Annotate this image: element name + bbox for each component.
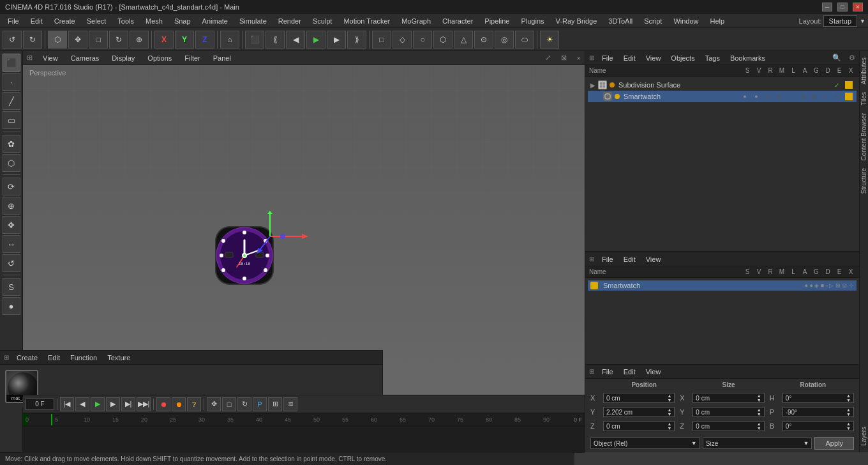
viewport-menu-panel[interactable]: Panel bbox=[211, 53, 234, 63]
rot-p-value[interactable]: -90° ▲ ▼ bbox=[782, 407, 854, 417]
objects-menu-edit[interactable]: Edit bbox=[621, 53, 638, 63]
cone-primitive[interactable]: ◇ bbox=[393, 31, 412, 49]
menu-mograph[interactable]: MoGraph bbox=[396, 16, 436, 26]
z-axis[interactable]: Z bbox=[195, 31, 214, 49]
move-tool[interactable]: ✥ bbox=[68, 31, 87, 49]
pos-x-value[interactable]: 0 cm ▲ ▼ bbox=[603, 393, 675, 403]
mat-menu-function[interactable]: Function bbox=[68, 353, 100, 363]
size-y-spinner[interactable]: ▲ ▼ bbox=[757, 408, 761, 416]
tab-content-browser[interactable]: Content Browser bbox=[859, 109, 868, 164]
menu-animate[interactable]: Animate bbox=[197, 16, 233, 26]
cylinder-primitive[interactable]: ⬡ bbox=[433, 31, 453, 49]
menu-motion-tracker[interactable]: Motion Tracker bbox=[338, 16, 395, 26]
material-tool[interactable]: ● bbox=[3, 297, 20, 315]
paint-tool[interactable]: ⬡ bbox=[3, 154, 20, 172]
record-anim-btn[interactable]: ⏺ bbox=[156, 397, 170, 411]
lower-file[interactable]: File bbox=[599, 254, 616, 264]
key-type-btn[interactable]: □ bbox=[222, 397, 236, 411]
rot-b-value[interactable]: 0° ▲ ▼ bbox=[782, 421, 854, 431]
pos-y-spinner[interactable]: ▲ ▼ bbox=[667, 408, 671, 416]
maximize-button[interactable]: □ bbox=[837, 3, 848, 11]
dope-btn[interactable]: ⊞ bbox=[268, 397, 282, 411]
transform-tool[interactable]: ⊕ bbox=[130, 31, 149, 49]
next-frame[interactable]: ⟫ bbox=[347, 31, 366, 49]
rotate-tool[interactable]: ↻ bbox=[109, 31, 128, 49]
rot-b-spinner[interactable]: ▲ ▼ bbox=[846, 422, 851, 431]
transform-gizmo[interactable]: ⟳ bbox=[3, 178, 20, 195]
mat-menu-edit[interactable]: Edit bbox=[45, 353, 63, 363]
size-y-value[interactable]: 0 cm ▲ ▼ bbox=[692, 407, 764, 417]
viewport-menu-display[interactable]: Display bbox=[109, 53, 137, 63]
step-fwd[interactable]: ▶ bbox=[327, 31, 346, 49]
viewport-toggle-1[interactable]: ⤢ bbox=[545, 54, 551, 62]
menu-script[interactable]: Script bbox=[639, 16, 667, 26]
menu-select[interactable]: Select bbox=[82, 16, 112, 26]
prev-key-btn[interactable]: |◀ bbox=[60, 397, 74, 411]
menu-mesh[interactable]: Mesh bbox=[140, 16, 168, 26]
cube-primitive[interactable]: □ bbox=[372, 31, 391, 49]
rot-h-value[interactable]: 0° ▲ ▼ bbox=[782, 393, 854, 403]
objects-menu-tags[interactable]: Tags bbox=[703, 53, 722, 63]
menu-edit[interactable]: Edit bbox=[26, 16, 48, 26]
capsule-primitive[interactable]: ⬭ bbox=[515, 31, 534, 49]
objects-settings-icon[interactable]: ⚙ bbox=[849, 54, 855, 62]
menu-simulate[interactable]: Simulate bbox=[234, 16, 272, 26]
objects-menu-view[interactable]: View bbox=[643, 53, 664, 63]
prop-menu-file[interactable]: File bbox=[599, 367, 616, 377]
size-z-value[interactable]: 0 cm ▲ ▼ bbox=[692, 421, 764, 431]
layout-dropdown-arrow[interactable]: ▼ bbox=[860, 18, 865, 24]
object-row-smartwatch[interactable]: Smartwatch ● ● ● ■ ▫ ◈ ⊠ ▷ ⊹ bbox=[588, 91, 857, 102]
y-axis[interactable]: Y bbox=[175, 31, 194, 49]
pos-x-spinner[interactable]: ▲ ▼ bbox=[667, 393, 671, 402]
viewport-menu-cameras[interactable]: Cameras bbox=[68, 53, 102, 63]
sculpt-tool[interactable]: ✿ bbox=[3, 135, 20, 153]
objects-menu-file[interactable]: File bbox=[599, 53, 616, 63]
size-x-spinner[interactable]: ▲ ▼ bbox=[757, 393, 761, 402]
record-btn[interactable]: ⬛ bbox=[245, 31, 264, 49]
mat-menu-create[interactable]: Create bbox=[14, 353, 40, 363]
lower-view[interactable]: View bbox=[643, 254, 664, 264]
menu-create[interactable]: Create bbox=[49, 16, 80, 26]
viewport-toggle-3[interactable]: × bbox=[577, 54, 581, 62]
play-btn[interactable]: ▶ bbox=[306, 31, 326, 49]
close-button[interactable]: ✕ bbox=[853, 3, 863, 11]
points-tool[interactable]: · bbox=[3, 73, 20, 91]
menu-window[interactable]: Window bbox=[668, 16, 703, 26]
select-tool[interactable]: ⬡ bbox=[48, 31, 67, 49]
viewport-toggle-2[interactable]: ⊠ bbox=[561, 54, 567, 62]
plane-primitive[interactable]: △ bbox=[454, 31, 473, 49]
light-btn[interactable]: ☀ bbox=[540, 31, 559, 49]
menu-3dtoall[interactable]: 3DToAll bbox=[603, 16, 638, 26]
menu-help[interactable]: Help bbox=[705, 16, 730, 26]
menu-pipeline[interactable]: Pipeline bbox=[479, 16, 514, 26]
last-frame-btn[interactable]: ▶▶| bbox=[137, 397, 151, 411]
mat-menu-texture[interactable]: Texture bbox=[105, 353, 133, 363]
torus-primitive[interactable]: ⊙ bbox=[474, 31, 493, 49]
world-rotate[interactable]: ↺ bbox=[3, 254, 20, 272]
motion-path-btn[interactable]: ✥ bbox=[207, 397, 221, 411]
edges-tool[interactable]: ╱ bbox=[3, 92, 20, 110]
undo-button[interactable]: ↺ bbox=[3, 31, 22, 49]
scale-tool[interactable]: □ bbox=[89, 31, 108, 49]
next-key-btn[interactable]: ▶| bbox=[121, 397, 135, 411]
menu-plugins[interactable]: Plugins bbox=[516, 16, 549, 26]
redo-button[interactable]: ↺ bbox=[23, 31, 42, 49]
x-axis[interactable]: X bbox=[154, 31, 174, 49]
lower-edit[interactable]: Edit bbox=[621, 254, 638, 264]
autokey-btn[interactable]: P bbox=[253, 397, 267, 411]
pos-z-spinner[interactable]: ▲ ▼ bbox=[667, 422, 671, 431]
viewport-menu-view[interactable]: View bbox=[40, 53, 61, 63]
apply-button[interactable]: Apply bbox=[814, 437, 854, 450]
pos-z-value[interactable]: 0 cm ▲ ▼ bbox=[603, 421, 675, 431]
rot-p-spinner[interactable]: ▲ ▼ bbox=[846, 408, 851, 416]
world-coord[interactable]: ⌂ bbox=[220, 31, 239, 49]
disc-primitive[interactable]: ◎ bbox=[495, 31, 514, 49]
play-fwd-btn[interactable]: ▶ bbox=[91, 397, 105, 411]
pos-y-value[interactable]: 2.202 cm ▲ ▼ bbox=[603, 407, 675, 417]
tab-structure[interactable]: Structure bbox=[859, 164, 868, 198]
prop-menu-edit[interactable]: Edit bbox=[621, 367, 638, 377]
fcurve-btn[interactable]: ≋ bbox=[283, 397, 297, 411]
objects-menu-bookmarks[interactable]: Bookmarks bbox=[728, 53, 768, 63]
world-scale[interactable]: ↔ bbox=[3, 235, 20, 253]
menu-render[interactable]: Render bbox=[273, 16, 306, 26]
